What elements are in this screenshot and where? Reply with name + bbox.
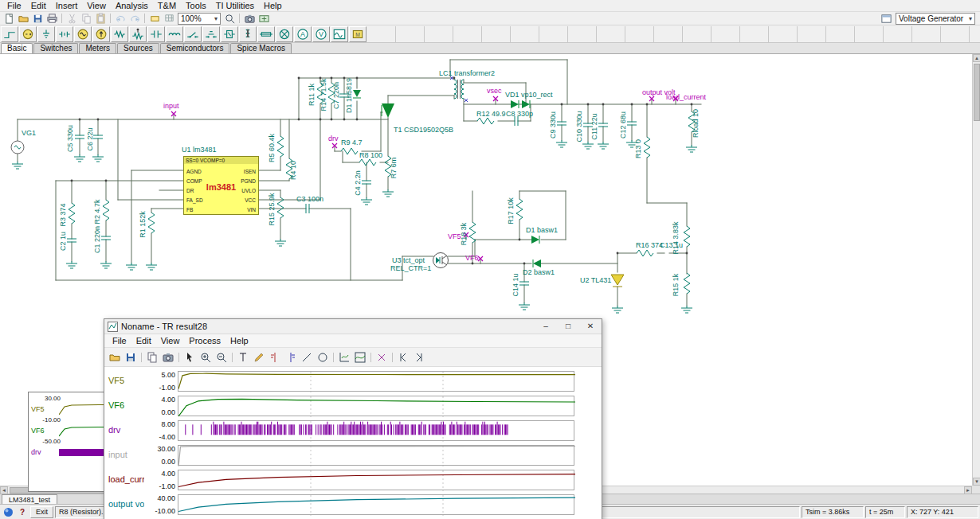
component-label[interactable]: R16 374 xyxy=(636,241,663,249)
component-tab-meters[interactable]: Meters xyxy=(79,43,116,53)
component-label[interactable]: C2 1u xyxy=(59,232,67,251)
component-label[interactable]: LC1 transformer2 xyxy=(439,69,495,77)
exit-button[interactable]: Exit xyxy=(30,506,53,518)
component-label[interactable]: U1 lm3481 xyxy=(182,146,217,154)
line-tool-button[interactable] xyxy=(299,349,315,365)
prev-interval-button[interactable] xyxy=(395,349,411,365)
open-folder-button[interactable] xyxy=(107,349,123,365)
component-wire-button[interactable] xyxy=(1,26,18,42)
circle-tool-button[interactable] xyxy=(315,349,331,365)
paste-button[interactable] xyxy=(93,12,108,25)
component-capacitor-button[interactable] xyxy=(147,26,165,42)
result-menu-process[interactable]: Process xyxy=(184,335,225,346)
component-push-button-button[interactable] xyxy=(202,26,220,42)
component-tab-spice-macros[interactable]: Spice Macros xyxy=(230,43,292,53)
status-sphere-icon[interactable] xyxy=(2,506,14,518)
component-label[interactable]: R17 10k xyxy=(507,197,515,224)
scroll-up-arrow-icon[interactable]: ▲ xyxy=(973,54,980,62)
component-label[interactable]: R14 71.5k xyxy=(319,78,327,111)
menu-help[interactable]: Help xyxy=(259,0,287,11)
menu-tools[interactable]: Tools xyxy=(181,0,211,11)
plot-strip[interactable] xyxy=(178,420,574,441)
menu-edit[interactable]: Edit xyxy=(26,0,51,11)
component-label[interactable]: R15 1k xyxy=(672,273,680,296)
component-label[interactable]: C7 220n xyxy=(332,82,340,109)
component-fuse-button[interactable] xyxy=(257,26,275,42)
open-folder-button[interactable] xyxy=(16,12,30,25)
component-label[interactable]: C9 330u xyxy=(549,111,557,139)
component-label[interactable]: VF6 xyxy=(465,254,479,262)
plot-strip[interactable] xyxy=(178,396,574,416)
ic-lm3481[interactable]: SS=0 VCOMP=0 lm3481 AGNDCOMPDRFA_SDFB IS… xyxy=(183,156,259,215)
component-label[interactable]: R8 100 xyxy=(359,151,382,159)
plot-strip[interactable] xyxy=(178,470,574,490)
tr-result-window[interactable]: Noname - TR result28 –□✕ FileEditViewPro… xyxy=(104,318,602,519)
component-battery-button[interactable] xyxy=(56,26,73,42)
new-file-button[interactable] xyxy=(2,12,16,25)
component-label[interactable]: D1 basw1 xyxy=(526,226,558,234)
menu-file[interactable]: File xyxy=(2,0,26,11)
zoom-out-button[interactable] xyxy=(214,349,229,365)
component-label[interactable]: U2 TL431 xyxy=(580,276,611,284)
component-label[interactable]: vsec xyxy=(487,87,502,95)
minimize-button[interactable]: – xyxy=(535,319,557,334)
component-label[interactable]: C5 330u xyxy=(66,125,74,152)
component-label[interactable]: C6 22u xyxy=(86,127,94,150)
component-label[interactable]: D2 basw1 xyxy=(523,268,555,276)
save-button[interactable] xyxy=(123,349,139,365)
component-label[interactable]: R15 25.9k xyxy=(268,193,276,226)
component-tab-semiconductors[interactable]: Semiconductors xyxy=(160,43,230,53)
component-label[interactable]: drv xyxy=(328,135,339,142)
component-label[interactable]: VF5 xyxy=(448,232,461,240)
menu-view[interactable]: View xyxy=(82,0,111,11)
window-list-button[interactable] xyxy=(879,12,893,25)
vertical-scroll-thumb[interactable] xyxy=(974,64,980,121)
component-macro-button[interactable]: M xyxy=(349,26,367,42)
copy-button[interactable] xyxy=(144,349,160,365)
component-ground-button[interactable] xyxy=(37,26,55,42)
next-interval-button[interactable] xyxy=(411,349,427,365)
plot-strip[interactable] xyxy=(178,371,574,392)
component-label[interactable]: C10 330u xyxy=(575,111,583,142)
component-label[interactable]: C12 68u xyxy=(619,111,627,139)
plot-strip[interactable] xyxy=(178,494,574,515)
copy-button[interactable] xyxy=(79,12,93,25)
maximize-button[interactable]: □ xyxy=(557,319,579,334)
component-label[interactable]: R9 4.7 xyxy=(341,139,363,146)
component-label[interactable]: load_current xyxy=(666,93,707,101)
print-button[interactable] xyxy=(45,12,59,25)
component-potentiometer-button[interactable] xyxy=(129,26,147,42)
component-tab-switches[interactable]: Switches xyxy=(33,43,78,53)
component-lamp-button[interactable] xyxy=(276,26,293,42)
menu-t-m[interactable]: T&M xyxy=(153,0,181,11)
close-button[interactable]: ✕ xyxy=(579,319,602,334)
component-tab-basic[interactable]: Basic xyxy=(1,43,33,53)
camera-button[interactable] xyxy=(242,12,257,25)
result-menu-edit[interactable]: Edit xyxy=(131,335,156,346)
component-label[interactable]: R11 1k xyxy=(308,84,316,106)
magnifier-button[interactable] xyxy=(222,12,237,25)
component-label[interactable]: C8 330p xyxy=(506,110,533,118)
component-label[interactable]: R4 10 xyxy=(289,161,297,180)
component-voltmeter-button[interactable]: V xyxy=(312,26,330,42)
component-transformer-button[interactable] xyxy=(239,26,257,42)
component-ammeter-button[interactable]: A xyxy=(294,26,312,42)
component-label[interactable]: VD1 vp10_rect xyxy=(505,91,553,99)
cursor-a-button[interactable] xyxy=(267,349,283,365)
autoscale-button[interactable] xyxy=(352,349,368,365)
axes-button[interactable] xyxy=(336,349,352,365)
component-label[interactable]: C4 2.2n xyxy=(354,170,362,196)
component-label[interactable]: C14 1u xyxy=(512,273,519,296)
component-label[interactable]: Rload 10 xyxy=(692,109,700,138)
component-current-source-button[interactable] xyxy=(92,26,110,42)
menu-ti-utilities[interactable]: TI Utilities xyxy=(211,0,259,11)
undo-button[interactable] xyxy=(113,12,127,25)
zoom-level-combo[interactable]: 100%▾ xyxy=(178,13,221,25)
pointer-button[interactable] xyxy=(182,349,198,365)
component-tab-sources[interactable]: Sources xyxy=(117,43,159,53)
component-label[interactable]: input xyxy=(163,102,179,110)
component-label[interactable]: VG1 xyxy=(22,129,36,137)
component-label[interactable]: R2 4.7k xyxy=(93,199,101,224)
component-label[interactable]: T1 CSD19502Q5B xyxy=(394,126,453,134)
component-resistor-button[interactable] xyxy=(111,26,128,42)
